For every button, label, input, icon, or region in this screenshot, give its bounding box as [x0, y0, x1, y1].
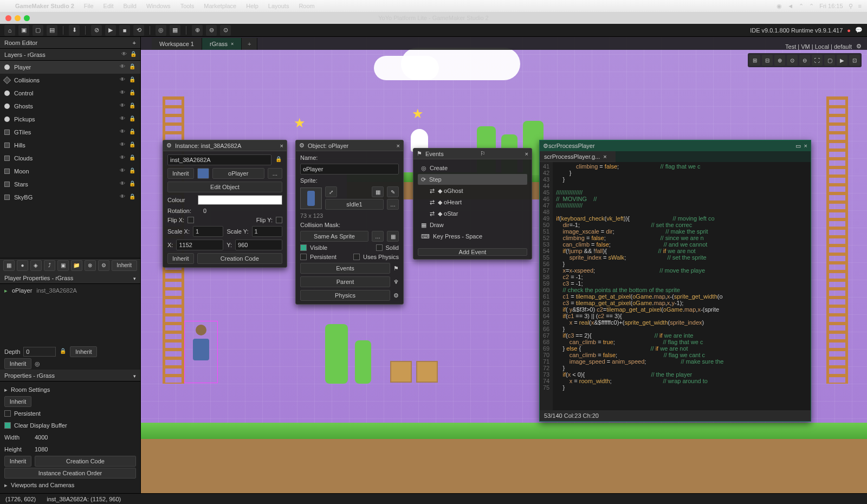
layer-inherit-button[interactable]: Inherit [112, 260, 137, 271]
search-icon[interactable]: ⚲ [849, 3, 853, 10]
menu-tools[interactable]: Tools [180, 3, 195, 9]
sprite-fit-icon[interactable]: ▦ [372, 186, 384, 197]
view-settings-icon[interactable]: ⊡ [849, 55, 860, 66]
volume-icon[interactable]: ◄ [787, 3, 793, 9]
event-key-press---space[interactable]: ⌨Key Press - Space [418, 231, 527, 242]
wifi-icon[interactable]: ⌃ [799, 3, 804, 10]
close-icon[interactable]: × [280, 143, 283, 149]
clear-buffer-checkbox[interactable] [4, 422, 11, 429]
layer-moon[interactable]: Moon👁🔒 [0, 165, 140, 178]
run-icon[interactable]: ▶ [105, 25, 116, 36]
y-input[interactable] [235, 240, 282, 250]
tab-rgrass[interactable]: rGrass× [202, 38, 242, 50]
close-icon[interactable]: × [804, 143, 807, 149]
menu-icon[interactable]: ≡ [858, 3, 862, 9]
layer-delete-icon[interactable]: ⊗ [85, 260, 96, 271]
sprite-preview-icon[interactable] [197, 168, 209, 179]
object-name-input[interactable] [300, 164, 399, 175]
code-max-icon[interactable]: ▭ [795, 143, 801, 150]
menu-edit[interactable]: Edit [103, 3, 114, 9]
save-icon[interactable]: ▤ [47, 25, 57, 36]
layer-clouds[interactable]: Clouds👁🔒 [0, 152, 140, 165]
x-input[interactable] [176, 240, 223, 250]
instance-panel[interactable]: ⚙Instance: inst_38A2682A× 🔒 Inherit oPla… [163, 140, 287, 268]
build-icon[interactable]: ⬇ [69, 25, 80, 36]
solid-checkbox[interactable] [376, 244, 383, 251]
minimize-window-button[interactable] [15, 15, 21, 21]
code-tab[interactable]: scrProcessPlayer.g...× [540, 151, 616, 162]
menu-room[interactable]: Room [299, 3, 314, 9]
menu-file[interactable]: File [84, 3, 94, 9]
layer-skybg[interactable]: SkyBG👁🔒 [0, 191, 140, 204]
event-oheart[interactable]: ⇄◆ oHeart [418, 197, 527, 208]
zoomreset-icon[interactable]: ⊙ [220, 25, 231, 36]
event-oghost[interactable]: ⇄◆ oGhost [418, 185, 527, 196]
persistent-checkbox[interactable] [4, 410, 11, 417]
visible-checkbox[interactable] [300, 244, 307, 251]
instance-row[interactable]: ▸ oPlayer inst_38A2682A [0, 284, 140, 297]
layer-settings-icon[interactable]: ⚙ [98, 260, 109, 271]
inherit2-button[interactable]: Inherit [4, 358, 31, 369]
tab-workspace1[interactable]: Workspace 1 [152, 38, 202, 50]
player-props-header[interactable]: Player Properties - rGrass [0, 272, 140, 284]
menu-marketplace[interactable]: Marketplace [204, 3, 236, 9]
new-icon[interactable]: ▣ [18, 25, 29, 36]
menu-windows[interactable]: Windows [146, 3, 171, 9]
layer-pickups[interactable]: Pickups👁🔒 [0, 113, 140, 126]
clean-icon[interactable]: ⟲ [133, 25, 144, 36]
close-window-button[interactable] [5, 15, 11, 21]
rc-inherit-button[interactable]: Inherit [4, 456, 31, 467]
menu-build[interactable]: Build [124, 3, 137, 9]
target-settings-icon[interactable]: ⚙ [856, 43, 862, 50]
depth-lock-icon[interactable]: 🔒 [59, 348, 67, 356]
depth-input[interactable] [23, 347, 56, 357]
zoomout-icon[interactable]: ⊖ [206, 25, 217, 36]
instance-name-input[interactable] [167, 154, 271, 165]
mask-edit-icon[interactable]: ▦ [387, 231, 399, 242]
object-browse-button[interactable]: ... [268, 168, 282, 179]
layer-add-asset-icon[interactable]: ▣ [57, 260, 69, 271]
inherit-button[interactable]: Inherit [167, 168, 194, 179]
add-event-button[interactable]: Add Event [418, 248, 527, 256]
player-sprite[interactable] [184, 321, 218, 383]
zoom-out-icon[interactable]: ⊖ [799, 55, 810, 66]
clock[interactable]: Fri 16:15 [819, 3, 843, 9]
room-inherit-button[interactable]: Inherit [4, 396, 31, 407]
room-editor-header[interactable]: Room Editor + [0, 37, 140, 49]
events-flag-icon[interactable]: ⚐ [480, 150, 486, 157]
notif-icon[interactable]: ● [847, 27, 851, 34]
layer-add-inst-icon[interactable]: ● [17, 260, 28, 271]
depth-inherit-button[interactable]: Inherit [70, 346, 97, 357]
zoom-in-icon[interactable]: ⊕ [774, 55, 785, 66]
layers-header[interactable]: Layers - rGrass [0, 49, 140, 61]
fullscreen-icon[interactable]: ⛶ [812, 55, 823, 66]
flipx-checkbox[interactable] [187, 217, 194, 223]
inherit-button2[interactable]: Inherit [167, 253, 194, 264]
event-draw[interactable]: ▦Draw [418, 219, 527, 230]
chevron-down-icon[interactable] [133, 275, 136, 281]
config-icon[interactable]: ▦ [170, 25, 180, 36]
target-config[interactable]: Test | VM | Local | default [785, 43, 852, 50]
debug-icon[interactable]: ⊘ [91, 25, 102, 36]
menu-layouts[interactable]: Layouts [268, 3, 289, 9]
event-step[interactable]: ⟳Step [418, 174, 527, 185]
grid-icon[interactable]: ⊞ [749, 55, 760, 66]
close-tab-icon[interactable]: × [603, 153, 606, 160]
colour-swatch[interactable] [198, 195, 282, 205]
scalex-input[interactable] [193, 226, 223, 237]
zoomin-icon[interactable]: ⊕ [192, 25, 203, 36]
creation-code-button[interactable]: Creation Code [197, 253, 282, 264]
wifi2-icon[interactable]: ⌃ [809, 3, 814, 10]
speech-icon[interactable]: 💬 [855, 27, 863, 34]
home-icon[interactable]: ⌂ [4, 25, 15, 36]
view-rect-icon[interactable]: ▢ [824, 55, 835, 66]
code-window[interactable]: ⚙scrProcessPlayer▭× scrProcessPlayer.g..… [539, 140, 811, 422]
layer-control[interactable]: Control👁🔒 [0, 87, 140, 100]
lock-all-icon[interactable]: 🔒 [130, 51, 137, 59]
target-icon[interactable]: ◎ [156, 25, 166, 36]
layer-ghosts[interactable]: Ghosts👁🔒 [0, 100, 140, 113]
play-icon[interactable]: ▶ [837, 55, 847, 66]
sprite-expand-icon[interactable]: ⤢ [325, 186, 337, 197]
sprite-thumb[interactable] [300, 188, 322, 209]
close-icon[interactable]: × [397, 143, 400, 149]
